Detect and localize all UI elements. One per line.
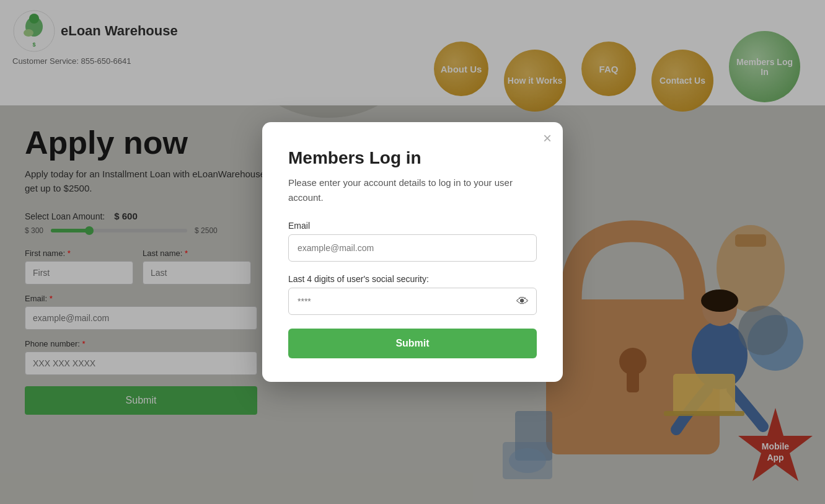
modal-close-button[interactable]: ×	[543, 131, 552, 146]
modal-email-input[interactable]	[288, 234, 537, 262]
modal-description: Please enter your account details to log…	[288, 175, 537, 205]
modal-title: Members Log in	[288, 148, 537, 168]
modal-ssn-label: Last 4 digits of user's social security:	[288, 274, 537, 284]
modal-submit-button[interactable]: Submit	[288, 329, 537, 358]
eye-icon[interactable]: 👁	[516, 294, 529, 309]
modal-email-label: Email	[288, 221, 537, 231]
modal: × Members Log in Please enter your accou…	[262, 122, 563, 382]
modal-overlay[interactable]: × Members Log in Please enter your accou…	[0, 0, 825, 504]
modal-ssn-input[interactable]	[288, 288, 537, 315]
modal-ssn-wrapper: 👁	[288, 288, 537, 315]
